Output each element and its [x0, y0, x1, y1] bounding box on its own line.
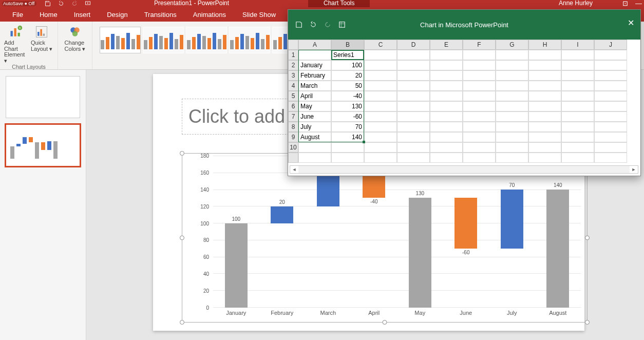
- cell[interactable]: [397, 91, 430, 101]
- cell[interactable]: [364, 91, 397, 101]
- tab-slide-show[interactable]: Slide Show: [234, 8, 284, 22]
- cell[interactable]: [528, 132, 561, 142]
- cell[interactable]: [430, 142, 463, 153]
- cell[interactable]: [430, 153, 463, 163]
- cell[interactable]: [561, 81, 594, 91]
- edit-data-icon[interactable]: [338, 21, 346, 28]
- cell[interactable]: [561, 50, 594, 60]
- cell[interactable]: [463, 50, 496, 60]
- cell[interactable]: [463, 132, 496, 142]
- cell[interactable]: [594, 111, 627, 122]
- cell[interactable]: [430, 132, 463, 142]
- column-header[interactable]: H: [528, 40, 561, 50]
- cell[interactable]: [364, 101, 397, 111]
- cell[interactable]: [528, 111, 561, 122]
- cell[interactable]: [430, 70, 463, 81]
- cell[interactable]: [528, 70, 561, 81]
- row-header[interactable]: [288, 153, 298, 163]
- cell[interactable]: [594, 70, 627, 81]
- slide-thumbnail-pane[interactable]: [0, 70, 86, 340]
- cell[interactable]: [397, 81, 430, 91]
- cell[interactable]: [430, 50, 463, 60]
- close-icon[interactable]: ✕: [628, 18, 634, 28]
- cell[interactable]: [594, 122, 627, 132]
- cell[interactable]: [397, 70, 430, 81]
- select-all-corner[interactable]: [288, 40, 298, 50]
- cell[interactable]: [528, 153, 561, 163]
- cell[interactable]: [397, 132, 430, 142]
- cell[interactable]: [298, 142, 331, 153]
- cell[interactable]: [496, 91, 528, 101]
- cell[interactable]: [496, 122, 528, 132]
- chart-editor-titlebar[interactable]: Chart in Microsoft PowerPoint ✕: [288, 10, 640, 40]
- cell[interactable]: [561, 70, 594, 81]
- user-name[interactable]: Anne Hurley: [559, 0, 593, 7]
- cell[interactable]: [463, 111, 496, 122]
- cell[interactable]: 100: [331, 60, 364, 70]
- cell[interactable]: [528, 50, 561, 60]
- cell[interactable]: 50: [331, 81, 364, 91]
- slideshow-icon[interactable]: [85, 1, 91, 7]
- cell[interactable]: [594, 91, 627, 101]
- cell[interactable]: [496, 70, 528, 81]
- column-header[interactable]: J: [594, 40, 627, 50]
- cell[interactable]: [364, 81, 397, 91]
- cell[interactable]: April: [298, 91, 331, 101]
- chart-style-thumb[interactable]: [229, 27, 270, 53]
- chart-style-thumb[interactable]: [100, 27, 141, 53]
- save-icon[interactable]: [295, 21, 302, 28]
- cell[interactable]: [561, 111, 594, 122]
- tab-file[interactable]: File: [4, 8, 31, 22]
- row-header[interactable]: 9: [288, 132, 298, 142]
- cell[interactable]: [298, 50, 331, 60]
- column-header[interactable]: F: [463, 40, 496, 50]
- cell[interactable]: [463, 153, 496, 163]
- cell[interactable]: [561, 60, 594, 70]
- cell[interactable]: [397, 101, 430, 111]
- chart-data-editor-window[interactable]: Chart in Microsoft PowerPoint ✕ ABCDEFGH…: [288, 9, 641, 176]
- cell[interactable]: [496, 132, 528, 142]
- cell[interactable]: 20: [331, 70, 364, 81]
- slide-thumbnail-1[interactable]: [6, 76, 80, 118]
- chart-tools-contextual-tab[interactable]: Chart Tools: [308, 0, 370, 7]
- scroll-left-icon[interactable]: ◄: [290, 166, 298, 173]
- quick-layout-button[interactable]: Quick Layout ▾: [30, 24, 53, 52]
- redo-icon[interactable]: [324, 21, 331, 28]
- cell[interactable]: [528, 81, 561, 91]
- row-header[interactable]: 3: [288, 70, 298, 81]
- column-header[interactable]: C: [364, 40, 397, 50]
- cell[interactable]: [463, 122, 496, 132]
- cell[interactable]: [430, 91, 463, 101]
- cell[interactable]: [364, 122, 397, 132]
- cell[interactable]: [430, 60, 463, 70]
- cell[interactable]: [397, 153, 430, 163]
- cell[interactable]: [298, 153, 331, 163]
- row-header[interactable]: 2: [288, 60, 298, 70]
- cell[interactable]: [561, 91, 594, 101]
- column-header[interactable]: B: [331, 40, 364, 50]
- cell[interactable]: [397, 111, 430, 122]
- cell[interactable]: [594, 60, 627, 70]
- cell[interactable]: [364, 153, 397, 163]
- cell[interactable]: [528, 101, 561, 111]
- cell[interactable]: February: [298, 70, 331, 81]
- cell[interactable]: [430, 122, 463, 132]
- cell[interactable]: 140: [331, 132, 364, 142]
- cell[interactable]: January: [298, 60, 331, 70]
- cell[interactable]: [561, 132, 594, 142]
- column-header[interactable]: G: [496, 40, 528, 50]
- cell[interactable]: [463, 101, 496, 111]
- cell[interactable]: [594, 132, 627, 142]
- cell[interactable]: [594, 153, 627, 163]
- minimize-icon[interactable]: —: [635, 0, 642, 7]
- cell[interactable]: [594, 50, 627, 60]
- cell[interactable]: 70: [331, 122, 364, 132]
- cell[interactable]: [496, 142, 528, 153]
- cell[interactable]: [561, 153, 594, 163]
- column-header[interactable]: I: [561, 40, 594, 50]
- ribbon-options-icon[interactable]: ⊡: [622, 0, 628, 7]
- column-header[interactable]: D: [397, 40, 430, 50]
- cell[interactable]: [463, 142, 496, 153]
- cell[interactable]: [397, 60, 430, 70]
- cell[interactable]: [364, 50, 397, 60]
